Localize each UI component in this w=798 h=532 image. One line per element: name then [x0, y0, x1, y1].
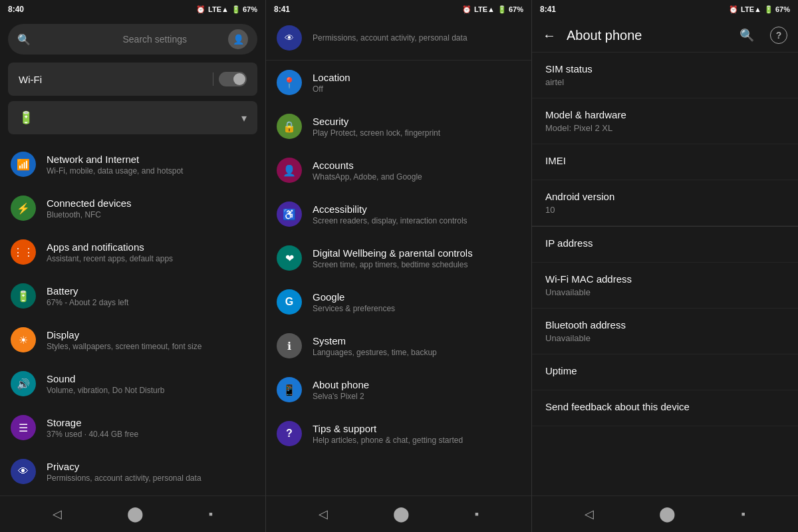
search-icon: 🔍	[17, 33, 116, 46]
recents-nav-3[interactable]: ▪	[728, 505, 759, 524]
settings-item-accounts[interactable]: 👤 Accounts WhatsApp, Adobe, and Google	[266, 148, 531, 192]
home-nav-1[interactable]: ⬤	[114, 503, 157, 525]
settings-item-privacy[interactable]: 👁 Privacy Permissions, account activity,…	[0, 450, 265, 493]
battery-quick-row[interactable]: 🔋 ▾	[8, 101, 257, 134]
battery-quick-icon: 🔋	[19, 110, 33, 125]
settings-item-tips[interactable]: ? Tips & support Help articles, phone & …	[266, 412, 531, 456]
apps-text: Apps and notifications Assistant, recent…	[47, 241, 173, 263]
aboutphone-text: About phone Selva's Pixel 2	[313, 379, 369, 401]
settings-item-system[interactable]: ℹ System Languages, gestures, time, back…	[266, 324, 531, 368]
partial-top-item: 👁 Permissions, account activity, persona…	[266, 19, 531, 61]
privacy-icon: 👁	[11, 459, 36, 484]
ip-address-item[interactable]: IP address	[532, 227, 798, 263]
tips-icon: ?	[277, 421, 302, 446]
system-text: System Languages, gestures, time, backup	[313, 335, 437, 357]
home-nav-3[interactable]: ⬤	[646, 503, 689, 525]
battery-icon-status: 🔋 67%	[231, 5, 257, 14]
settings-item-network[interactable]: 📶 Network and Internet Wi-Fi, mobile, da…	[0, 142, 265, 186]
wellbeing-text: Digital Wellbeing & parental controls Sc…	[313, 247, 473, 269]
settings-item-battery[interactable]: 🔋 Battery 67% - About 2 days left	[0, 274, 265, 318]
nav-bar-2: ◁ ⬤ ▪	[266, 495, 531, 532]
lte-icon: LTE▲	[208, 5, 229, 13]
accessibility-icon: ♿	[277, 201, 302, 227]
battery-icon-item: 🔋	[11, 283, 36, 309]
panel-settings-list: 8:41 ⏰ LTE▲ 🔋 67% 👁 Permissions, account…	[266, 0, 532, 532]
lte-icon-3: LTE▲	[741, 5, 761, 13]
uptime-item[interactable]: Uptime	[532, 354, 798, 390]
wellbeing-icon: ❤	[277, 245, 302, 271]
aboutphone-icon: 📱	[277, 377, 302, 402]
alarm-icon-3: ⏰	[729, 5, 738, 14]
connected-icon: ⚡	[11, 196, 36, 221]
recents-nav-1[interactable]: ▪	[196, 505, 226, 524]
wifi-row[interactable]: Wi-Fi	[8, 63, 257, 96]
bluetooth-address-item[interactable]: Bluetooth address Unavailable	[532, 309, 798, 354]
wifi-toggle[interactable]	[219, 72, 247, 86]
feedback-item[interactable]: Send feedback about this device	[532, 390, 798, 426]
chevron-down-icon: ▾	[241, 112, 247, 124]
settings-list-2: 📍 Location Off 🔒 Security Play Protect, …	[266, 61, 531, 495]
connected-text: Connected devices Bluetooth, NFC	[47, 198, 132, 219]
partial-icon: 👁	[277, 25, 302, 51]
settings-item-accessibility[interactable]: ♿ Accessibility Screen readers, display,…	[266, 192, 531, 236]
settings-item-sound[interactable]: 🔊 Sound Volume, vibration, Do Not Distur…	[0, 362, 265, 406]
sound-text: Sound Volume, vibration, Do Not Disturb	[47, 373, 164, 395]
status-icons-2: ⏰ LTE▲ 🔋 67%	[462, 5, 523, 14]
settings-item-aboutphone[interactable]: 📱 About phone Selva's Pixel 2	[266, 368, 531, 412]
location-text: Location Off	[313, 72, 350, 94]
avatar[interactable]: 👤	[228, 29, 248, 49]
settings-item-security[interactable]: 🔒 Security Play Protect, screen lock, fi…	[266, 104, 531, 148]
recents-nav-2[interactable]: ▪	[462, 505, 492, 524]
panel-about-phone: 8:41 ⏰ LTE▲ 🔋 67% ← About phone 🔍 ? SIM …	[532, 0, 798, 532]
time-2: 8:41	[274, 5, 290, 14]
security-icon: 🔒	[277, 114, 302, 139]
display-icon: ☀	[11, 327, 36, 352]
tips-text: Tips & support Help articles, phone & ch…	[313, 423, 463, 445]
back-button[interactable]: ←	[543, 28, 556, 43]
partial-text: Permissions, account activity, personal …	[313, 33, 467, 43]
network-text: Network and Internet Wi-Fi, mobile, data…	[47, 154, 183, 176]
sim-status-item[interactable]: SIM status airtel	[532, 53, 798, 98]
status-icons-3: ⏰ LTE▲ 🔋 67%	[729, 5, 790, 14]
system-icon: ℹ	[277, 333, 302, 358]
location-icon: 📍	[277, 70, 302, 95]
settings-item-apps[interactable]: ⋮⋮ Apps and notifications Assistant, rec…	[0, 230, 265, 274]
back-nav-1[interactable]: ◁	[39, 504, 75, 524]
about-phone-header: ← About phone 🔍 ?	[532, 19, 798, 53]
time-3: 8:41	[540, 5, 556, 14]
back-nav-3[interactable]: ◁	[571, 504, 607, 524]
settings-item-wellbeing[interactable]: ❤ Digital Wellbeing & parental controls …	[266, 236, 531, 280]
search-bar[interactable]: 🔍 Search settings 👤	[8, 24, 257, 55]
battery-icon-3: 🔋 67%	[764, 5, 790, 14]
home-nav-2[interactable]: ⬤	[380, 503, 423, 525]
settings-item-connected[interactable]: ⚡ Connected devices Bluetooth, NFC	[0, 186, 265, 230]
status-bar-1: 8:40 ⏰ LTE▲ 🔋 67%	[0, 0, 265, 19]
apps-icon: ⋮⋮	[11, 239, 36, 265]
alarm-icon-2: ⏰	[462, 5, 471, 14]
model-hardware-item[interactable]: Model & hardware Model: Pixel 2 XL	[532, 98, 798, 144]
help-icon[interactable]: ?	[770, 27, 787, 44]
security-text: Security Play Protect, screen lock, fing…	[313, 116, 440, 138]
lte-icon-2: LTE▲	[474, 5, 495, 13]
google-icon: G	[277, 289, 302, 315]
accounts-text: Accounts WhatsApp, Adobe, and Google	[313, 160, 422, 182]
nav-bar-1: ◁ ⬤ ▪	[0, 495, 265, 532]
status-bar-3: 8:41 ⏰ LTE▲ 🔋 67%	[532, 0, 798, 19]
search-placeholder[interactable]: Search settings	[123, 34, 222, 45]
nav-bar-3: ◁ ⬤ ▪	[532, 495, 798, 532]
settings-item-google[interactable]: G Google Services & preferences	[266, 280, 531, 324]
wifi-label: Wi-Fi	[19, 74, 42, 85]
settings-item-location[interactable]: 📍 Location Off	[266, 61, 531, 104]
imei-item[interactable]: IMEI	[532, 144, 798, 180]
settings-item-display[interactable]: ☀ Display Styles, wallpapers, screen tim…	[0, 318, 265, 362]
settings-list-1: 📶 Network and Internet Wi-Fi, mobile, da…	[0, 140, 265, 495]
panel-settings-main: 8:40 ⏰ LTE▲ 🔋 67% 🔍 Search settings 👤 Wi…	[0, 0, 266, 532]
search-icon-header[interactable]: 🔍	[739, 28, 754, 43]
alarm-icon: ⏰	[196, 5, 205, 14]
privacy-text: Privacy Permissions, account activity, p…	[47, 461, 201, 483]
wifi-mac-item[interactable]: Wi-Fi MAC address Unavailable	[532, 263, 798, 309]
back-nav-2[interactable]: ◁	[305, 504, 341, 524]
settings-item-storage[interactable]: ☰ Storage 37% used · 40.44 GB free	[0, 406, 265, 450]
android-version-item[interactable]: Android version 10	[532, 180, 798, 226]
status-icons-1: ⏰ LTE▲ 🔋 67%	[196, 5, 257, 14]
